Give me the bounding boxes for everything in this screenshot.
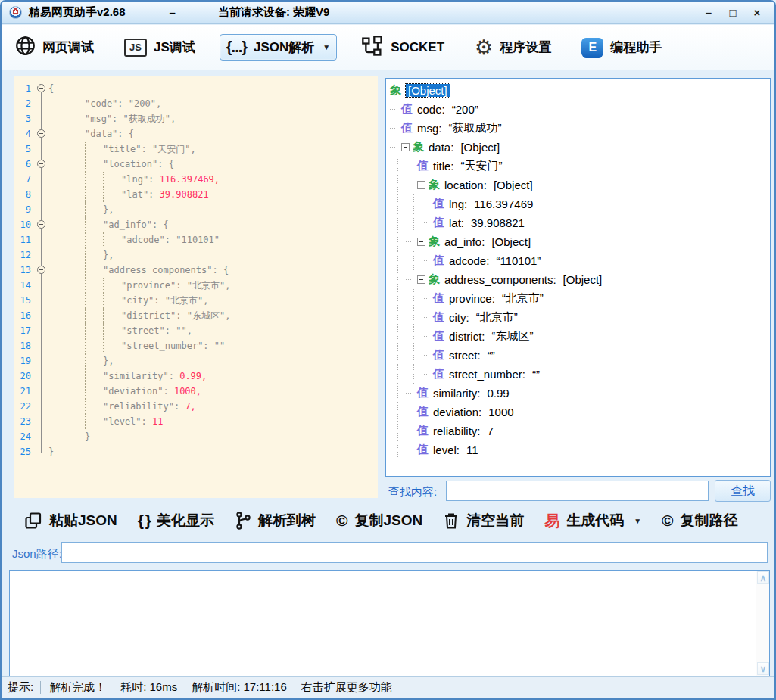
tree-node-key: reliability: bbox=[433, 425, 481, 437]
toolbar-item-json-parse[interactable]: {...}JSON解析▼ bbox=[220, 34, 337, 61]
tree-node-value: [Object] bbox=[494, 179, 533, 191]
action-beautify[interactable]: { }美化显示 bbox=[138, 511, 214, 530]
tree-node-value: [Object] bbox=[460, 141, 500, 154]
toolbar-item-socket[interactable]: SOCKET bbox=[355, 32, 450, 64]
indent-guide bbox=[67, 278, 85, 293]
tree-node-key: province: bbox=[449, 292, 495, 305]
json-path-input[interactable] bbox=[61, 542, 768, 563]
indent-guide bbox=[85, 399, 103, 414]
json-code-editor[interactable]: 1{2"code": "200",3"msg": "获取成功",4"data":… bbox=[14, 76, 378, 498]
collapse-box-icon[interactable] bbox=[417, 238, 425, 246]
collapse-icon[interactable] bbox=[37, 220, 45, 229]
tree-node-district[interactable]: 值district:“东城区” bbox=[390, 327, 770, 346]
fold-gutter bbox=[35, 142, 48, 157]
value-glyph-icon: 值 bbox=[433, 254, 444, 268]
tree-node-lng[interactable]: 值lng:116.397469 bbox=[390, 194, 770, 213]
collapse-box-icon[interactable] bbox=[401, 143, 410, 151]
action-clear-current[interactable]: 清空当前 bbox=[443, 511, 524, 530]
status-part: 解析时间: 17:11:16 bbox=[192, 680, 287, 693]
code-text: 7, bbox=[185, 399, 195, 414]
fold-gutter bbox=[35, 217, 48, 232]
tree-node-msg[interactable]: 值msg:“获取成功” bbox=[390, 119, 770, 138]
close-button[interactable]: × bbox=[747, 5, 767, 20]
value-glyph-icon: 值 bbox=[401, 121, 413, 135]
action-copy-path[interactable]: ©复制路径 bbox=[662, 511, 737, 530]
toolbar-item-js-debug[interactable]: JSJS调试 bbox=[118, 35, 201, 61]
tree-node-street_number[interactable]: 值street_number:“” bbox=[390, 365, 770, 384]
object-glyph-icon: 象 bbox=[429, 272, 440, 287]
code-text: } bbox=[48, 444, 54, 459]
tree-node-location[interactable]: 象location:[Object] bbox=[390, 176, 770, 194]
json-tree-view: 象[Object]值code:“200”值msg:“获取成功”象data:[Ob… bbox=[385, 78, 771, 477]
tree-node-value: “110101” bbox=[496, 254, 541, 267]
tree-node-data[interactable]: 象data:[Object] bbox=[390, 138, 770, 157]
minimize-button[interactable]: – bbox=[699, 5, 718, 20]
code-text: "province": "北京市", bbox=[121, 278, 230, 293]
indent-guide bbox=[67, 247, 85, 263]
scroll-up-icon[interactable]: ∧ bbox=[757, 571, 769, 584]
tree-node-code[interactable]: 值code:“200” bbox=[390, 100, 770, 119]
tree-node-value: 1000 bbox=[488, 406, 513, 418]
fold-gutter bbox=[35, 353, 48, 369]
line-number: 14 bbox=[14, 278, 35, 293]
tree-node-street[interactable]: 值street:“” bbox=[390, 346, 770, 365]
chevron-down-icon[interactable]: ▼ bbox=[634, 517, 641, 525]
indent-guide bbox=[67, 353, 85, 369]
tree-node-value: “东城区” bbox=[492, 329, 534, 344]
action-copy-json[interactable]: ©复制JSON bbox=[336, 511, 422, 530]
code-text: }, bbox=[103, 202, 114, 217]
toolbar-item-settings[interactable]: ⚙程序设置 bbox=[469, 34, 557, 61]
indent-guide bbox=[103, 308, 121, 323]
indent-guide bbox=[67, 323, 85, 338]
toolbar-item-web-debug[interactable]: 网页调试 bbox=[9, 32, 100, 63]
tree-node-ad_info[interactable]: 象ad_info:[Object] bbox=[390, 232, 770, 251]
tree-node-address_components[interactable]: 象address_components:[Object] bbox=[390, 270, 770, 289]
chevron-down-icon[interactable]: ▼ bbox=[323, 43, 330, 51]
collapse-icon[interactable] bbox=[37, 84, 45, 92]
output-area[interactable]: ∧ ∨ bbox=[9, 570, 770, 677]
collapse-icon[interactable] bbox=[37, 266, 45, 274]
collapse-box-icon[interactable] bbox=[417, 181, 425, 189]
fold-gutter bbox=[35, 338, 48, 353]
tree-node-lat[interactable]: 值lat:39.908821 bbox=[390, 213, 770, 232]
search-label: 查找内容: bbox=[388, 485, 437, 499]
collapse-icon[interactable] bbox=[37, 129, 45, 138]
window-controls: – □ × bbox=[699, 5, 767, 20]
tree-node-key: address_components: bbox=[444, 273, 556, 286]
tree-line bbox=[397, 232, 398, 251]
tree-node-root[interactable]: 象[Object] bbox=[390, 81, 770, 100]
tree-line bbox=[397, 251, 398, 270]
collapse-icon[interactable] bbox=[37, 160, 45, 168]
fold-gutter bbox=[35, 96, 48, 111]
tree-node-key: location: bbox=[444, 179, 487, 191]
maximize-button[interactable]: □ bbox=[723, 5, 743, 20]
value-glyph-icon: 值 bbox=[433, 197, 444, 211]
code-text: "msg": "获取成功", bbox=[85, 111, 176, 126]
value-glyph-icon: 值 bbox=[417, 386, 429, 400]
tree-node-deviation[interactable]: 值deviation:1000 bbox=[390, 403, 770, 422]
action-parse-to-tree[interactable]: 解析到树 bbox=[235, 511, 316, 530]
indent-guide bbox=[85, 217, 103, 232]
tree-node-similarity[interactable]: 值similarity:0.99 bbox=[390, 384, 770, 403]
tree-node-level[interactable]: 值level:11 bbox=[390, 440, 770, 459]
toolbar-item-code-helper[interactable]: E编程助手 bbox=[575, 34, 668, 61]
search-input[interactable] bbox=[446, 481, 709, 501]
scroll-down-icon[interactable]: ∨ bbox=[757, 662, 769, 675]
search-button[interactable]: 查找 bbox=[715, 480, 771, 502]
line-number: 10 bbox=[14, 217, 35, 232]
collapse-box-icon[interactable] bbox=[417, 275, 425, 284]
tree-node-province[interactable]: 值province:“北京市” bbox=[390, 289, 770, 308]
tree-node-value: 7 bbox=[488, 425, 494, 437]
action-generate-code[interactable]: 易生成代码▼ bbox=[544, 511, 641, 531]
tree-node-city[interactable]: 值city:“北京市” bbox=[390, 308, 770, 327]
code-line-5: 5"title": "天安门", bbox=[14, 142, 378, 157]
action-paste-json[interactable]: 粘贴JSON bbox=[24, 511, 117, 530]
tree-node-reliability[interactable]: 值reliability:7 bbox=[390, 422, 770, 440]
tree-node-adcode[interactable]: 值adcode:“110101” bbox=[390, 251, 770, 270]
code-text: "lng": bbox=[121, 172, 160, 187]
tree-line bbox=[413, 289, 414, 308]
tree-line bbox=[422, 317, 431, 318]
tree-node-title[interactable]: 值title:“天安门” bbox=[390, 157, 770, 176]
output-scrollbar[interactable]: ∧ ∨ bbox=[756, 571, 769, 676]
copyright-icon: © bbox=[336, 512, 347, 530]
